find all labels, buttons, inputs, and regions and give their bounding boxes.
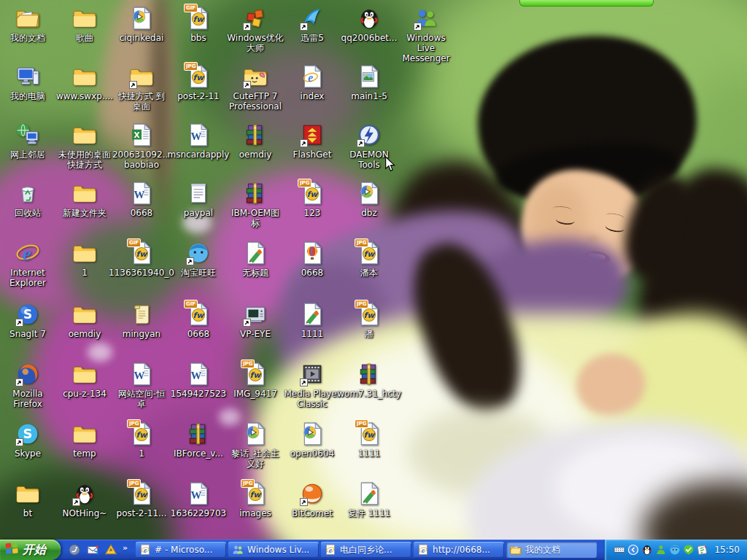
desktop-icon[interactable]: 我的电脑 (0, 64, 56, 101)
desktop-icon[interactable]: W1549427523 (170, 362, 227, 399)
desktop-icon[interactable]: 网上邻居 (0, 122, 56, 160)
desktop-icon[interactable]: Wmsncardapply (170, 122, 227, 160)
desktop-icon[interactable]: oemdiy (227, 122, 284, 160)
desktop-icon[interactable]: open0604 (284, 421, 341, 459)
desktop-icon[interactable]: fwGIF0668 (170, 302, 227, 339)
vpeye-icon (243, 302, 268, 327)
desktop-icon[interactable]: oemdiy (56, 302, 113, 339)
desktop-icon[interactable]: 迅雷5 (284, 6, 341, 43)
desktop-icon[interactable]: main1-5 (341, 64, 398, 101)
desktop-icon[interactable]: 黎话_社会主 义好 (227, 421, 284, 469)
desktop-icon[interactable]: fwJPGimages (227, 481, 284, 518)
svg-text:e: e (144, 546, 147, 554)
desktop-icon[interactable]: 无标题 (227, 241, 284, 278)
desktop-icon[interactable]: cpu-z-134 (56, 362, 113, 399)
taskbar-task-button[interactable]: e# - Microso... (136, 542, 226, 558)
desktop-icon[interactable]: Windows优化 大师 (227, 6, 284, 53)
desktop-icon[interactable]: 回收站 (0, 181, 56, 218)
desktop-icon[interactable]: Media Player Classic (284, 362, 341, 409)
desktop-icon[interactable]: 未使用的桌面 快捷方式 (56, 122, 113, 170)
desktop-icon[interactable]: fwGIF1136361940_0 (113, 241, 170, 278)
tray-wangwang-person-icon[interactable] (655, 544, 667, 556)
word-doc-icon: W (186, 122, 211, 147)
desktop-icon[interactable]: fwJPGpost-2-11 (170, 64, 227, 101)
desktop-icon[interactable]: 我的文档 (0, 6, 56, 43)
taskbar-task-button[interactable]: ehttp://0668... (414, 542, 504, 558)
desktop-icon[interactable]: 复件 1111 (341, 481, 398, 518)
desktop-icon[interactable]: fwJPGIMG_9417 (227, 362, 284, 399)
desktop-icon[interactable]: 新建文件夹 (56, 181, 113, 218)
desktop-icon[interactable]: bt (0, 481, 56, 518)
desktop-icon[interactable]: BitComet (284, 481, 341, 518)
desktop-icon[interactable]: FlashGet (284, 122, 341, 160)
desktop-icon[interactable]: 淘宝旺旺 (170, 241, 227, 278)
desktop-icon[interactable]: eInternet Explorer (0, 241, 56, 288)
ie-icon: e (15, 241, 40, 265)
desktop-icon[interactable]: Mozilla Firefox (0, 362, 56, 409)
quick-launch-overflow-chevron[interactable]: » (123, 543, 128, 553)
file-format-badge: JPG (127, 419, 141, 428)
desktop-icon-label: 歌曲 (76, 33, 93, 43)
desktop-icon[interactable]: www.swxp.... (56, 64, 113, 101)
desktop-icon[interactable]: SSnagIt 7 (0, 302, 56, 339)
desktop-icon[interactable]: SSkype (0, 421, 56, 459)
desktop-icon[interactable]: Windows Live Messenger (398, 6, 454, 63)
quick-launch-alert-triangle-icon[interactable] (104, 543, 117, 556)
desktop-icon[interactable]: 1 (56, 241, 113, 278)
top-edge-window-strip[interactable] (519, 0, 654, 7)
mydocs-icon (15, 6, 40, 31)
taskbar-clock[interactable]: 15:50 (714, 545, 740, 555)
desktop-icon[interactable]: eindex (284, 64, 341, 101)
desktop-icon[interactable]: VP-EYE (227, 302, 284, 339)
desktop-icon[interactable]: W网站空间-恒 卓 (113, 362, 170, 409)
start-button[interactable]: 开始 (0, 540, 61, 560)
quick-launch-mail-icon[interactable] (86, 543, 99, 556)
desktop-icon[interactable]: mingyan (113, 302, 170, 339)
desktop-icon[interactable]: ciqinkedai (113, 6, 170, 43)
desktop-icon[interactable]: 1111 (284, 302, 341, 339)
desktop-icon[interactable]: IBForce_v... (170, 421, 227, 459)
fw-doc-icon: fwGIF (129, 241, 154, 265)
desktop-icon-label: 0668 (187, 329, 210, 339)
desktop-icon[interactable]: fwJPG1111 (341, 421, 398, 459)
desktop-icon[interactable]: fwJPG123 (284, 181, 341, 218)
desktop-icon[interactable]: temp (56, 421, 113, 459)
desktop-icon[interactable]: fwJPGpost-2-11... (113, 481, 170, 518)
file-format-badge: JPG (184, 62, 198, 71)
desktop-icon[interactable]: 0668 (284, 241, 341, 278)
desktop-icon[interactable]: IBM-OEM图标 (227, 181, 284, 228)
taskbar-task-button[interactable]: Windows Liv... (228, 542, 319, 558)
shortcut-arrow-overlay (129, 81, 137, 89)
desktop-icon[interactable]: 快捷方式 到 桌面 (113, 64, 170, 112)
taskbar-task-button[interactable]: 我的文档 (506, 542, 597, 558)
desktop-icon-label: oemdiy (69, 329, 101, 339)
taskbar-task-button[interactable]: e电白同乡论... (321, 542, 411, 558)
desktop-icon[interactable]: fwJPG潘 (341, 302, 398, 339)
cuteftp-icon (243, 64, 268, 89)
desktop-icon[interactable]: fwJPG1 (113, 421, 170, 459)
desktop-icon[interactable]: wom7.31_hcty (341, 362, 398, 399)
quick-launch-messenger-icon[interactable] (68, 543, 81, 556)
desktop-icon[interactable]: paypal (170, 181, 227, 218)
desktop-icon[interactable]: W0668 (113, 181, 170, 218)
tray-qq-icon[interactable] (641, 544, 653, 556)
desktop-icon[interactable]: qq2006bet... (341, 6, 398, 43)
desktop-icon[interactable]: CuteFTP 7 Professional (227, 64, 284, 112)
desktop-icon[interactable]: dbz (341, 181, 398, 218)
desktop-icon[interactable]: fwJPG潘本 (341, 241, 398, 278)
desktop-icon[interactable]: DAEMON Tools (341, 122, 398, 170)
desktop-icon-label: bt (23, 508, 32, 518)
desktop-icon[interactable]: fwGIFbbs (170, 6, 227, 43)
desktop-icon[interactable]: W1636229703 (170, 481, 227, 518)
desktop-icon[interactable]: X200631092... baobiao (113, 122, 170, 170)
desktop-icon[interactable]: 歌曲 (56, 6, 113, 43)
desktop-icon-label: CuteFTP 7 Professional (229, 91, 282, 112)
shortcut-arrow-overlay (15, 438, 23, 446)
tray-wangwang-face-icon[interactable] (669, 544, 681, 556)
task-buttons-area: e# - Microso...Windows Liv...e电白同乡论...eh… (136, 542, 604, 558)
tray-security-check-icon[interactable] (683, 544, 694, 556)
tray-keyboard-icon[interactable] (614, 544, 625, 556)
tray-ime-icon[interactable] (697, 544, 708, 556)
tray-collapse-chevron-icon[interactable] (627, 544, 639, 556)
desktop-icon[interactable]: NOtHing~ (56, 481, 113, 518)
